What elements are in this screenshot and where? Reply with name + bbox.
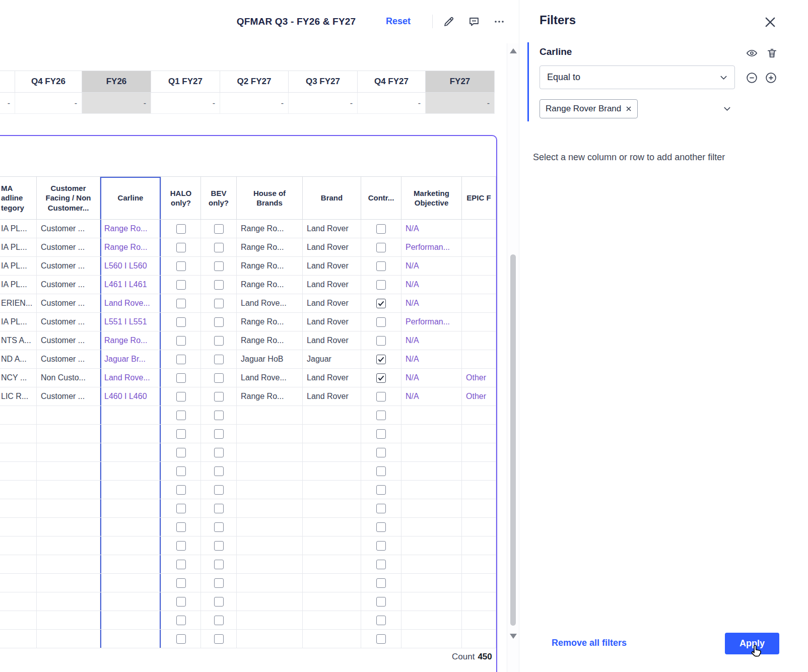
checkbox-bev[interactable] — [214, 224, 224, 234]
checkbox-bev[interactable] — [214, 392, 224, 401]
cell-epic[interactable] — [462, 536, 496, 555]
cell-customer[interactable] — [37, 481, 100, 499]
cell-brand[interactable]: Jaguar — [303, 350, 361, 369]
cell-customer[interactable] — [37, 425, 100, 443]
cell-halo[interactable] — [161, 630, 201, 648]
cell-category[interactable] — [0, 536, 37, 555]
cell-contr[interactable] — [361, 574, 401, 592]
cell-contr[interactable] — [361, 536, 401, 555]
filter-value-chip[interactable]: Range Rover Brand — [540, 99, 638, 118]
scroll-up-icon[interactable] — [510, 48, 517, 53]
cell-carline[interactable]: Range Ro... — [100, 331, 161, 350]
vertical-scrollbar[interactable] — [507, 43, 519, 672]
cell-bev[interactable] — [201, 331, 237, 350]
cell-contr[interactable] — [361, 443, 401, 462]
cell-hob[interactable]: Range Ro... — [237, 276, 303, 294]
cell-hob[interactable] — [237, 574, 303, 592]
cell-customer[interactable] — [37, 592, 100, 611]
cell-contr[interactable] — [361, 555, 401, 574]
checkbox-contr[interactable] — [376, 616, 386, 625]
checkbox-contr[interactable] — [376, 411, 386, 420]
cell-epic[interactable] — [462, 518, 496, 536]
cell-objective[interactable] — [401, 462, 462, 481]
pivot-column-header[interactable]: Q2 FY27 — [220, 71, 289, 93]
cell-halo[interactable] — [161, 425, 201, 443]
checkbox-contr[interactable] — [376, 634, 386, 644]
comment-icon[interactable] — [467, 15, 481, 28]
checkbox-contr[interactable] — [376, 392, 386, 401]
cell-objective[interactable]: N/A — [401, 350, 462, 369]
cell-contr[interactable] — [361, 406, 401, 425]
cell-carline[interactable] — [100, 630, 161, 648]
pivot-column-header[interactable]: Q1 FY27 — [151, 71, 220, 93]
cell-contr[interactable] — [361, 518, 401, 536]
column-header-category[interactable]: MA adline tegory — [0, 177, 37, 219]
cell-bev[interactable] — [201, 387, 237, 406]
cell-objective[interactable]: N/A — [401, 220, 462, 238]
checkbox-bev[interactable] — [214, 634, 224, 644]
cell-brand[interactable]: Land Rover — [303, 257, 361, 276]
cell-hob[interactable] — [237, 518, 303, 536]
cell-halo[interactable] — [161, 481, 201, 499]
cell-carline[interactable]: Jaguar Br... — [100, 350, 161, 369]
cell-category[interactable] — [0, 406, 37, 425]
cell-hob[interactable]: Land Rove... — [237, 294, 303, 313]
filter-value-select[interactable]: Range Rover Brand — [540, 97, 735, 120]
checkbox-bev[interactable] — [214, 261, 224, 271]
cell-halo[interactable] — [161, 294, 201, 313]
cell-epic[interactable] — [462, 425, 496, 443]
cell-hob[interactable] — [237, 443, 303, 462]
checkbox-halo[interactable] — [176, 597, 186, 607]
cell-bev[interactable] — [201, 220, 237, 238]
checkbox-contr[interactable] — [376, 280, 386, 290]
cell-objective[interactable] — [401, 555, 462, 574]
cell-carline[interactable] — [100, 592, 161, 611]
checkbox-bev[interactable] — [214, 616, 224, 625]
cell-epic[interactable] — [462, 443, 496, 462]
cell-brand[interactable] — [303, 574, 361, 592]
cell-halo[interactable] — [161, 220, 201, 238]
cell-carline[interactable]: L560 I L560 — [100, 257, 161, 276]
checkbox-contr[interactable] — [376, 597, 386, 607]
cell-category[interactable]: ND A... — [0, 350, 37, 369]
cell-objective[interactable] — [401, 425, 462, 443]
cell-objective[interactable] — [401, 574, 462, 592]
cell-epic[interactable] — [462, 331, 496, 350]
cell-customer[interactable] — [37, 406, 100, 425]
cell-halo[interactable] — [161, 462, 201, 481]
cell-contr[interactable] — [361, 592, 401, 611]
cell-objective[interactable] — [401, 406, 462, 425]
column-header-customer[interactable]: Customer Facing / Non Customer... — [37, 177, 100, 219]
cell-carline[interactable]: Range Ro... — [100, 238, 161, 257]
cell-brand[interactable] — [303, 555, 361, 574]
cell-hob[interactable]: Land Rove... — [237, 369, 303, 387]
cell-objective[interactable] — [401, 536, 462, 555]
checkbox-halo[interactable] — [176, 429, 186, 439]
cell-halo[interactable] — [161, 443, 201, 462]
cell-bev[interactable] — [201, 313, 237, 331]
checkbox-halo[interactable] — [176, 560, 186, 569]
checkbox-bev[interactable] — [214, 336, 224, 346]
cell-brand[interactable] — [303, 592, 361, 611]
cell-contr[interactable] — [361, 481, 401, 499]
more-icon[interactable] — [493, 15, 506, 28]
cell-brand[interactable] — [303, 443, 361, 462]
cell-hob[interactable]: Range Ro... — [237, 331, 303, 350]
cell-brand[interactable] — [303, 462, 361, 481]
checkbox-halo[interactable] — [176, 317, 186, 327]
cell-halo[interactable] — [161, 555, 201, 574]
cell-hob[interactable]: Range Ro... — [237, 313, 303, 331]
checkbox-contr[interactable] — [376, 522, 386, 532]
cell-brand[interactable] — [303, 481, 361, 499]
cell-hob[interactable] — [237, 499, 303, 518]
checkbox-halo[interactable] — [176, 261, 186, 271]
cell-epic[interactable] — [462, 276, 496, 294]
cell-halo[interactable] — [161, 592, 201, 611]
checkbox-bev[interactable] — [214, 299, 224, 308]
pivot-value-cell[interactable]: - — [82, 93, 151, 114]
checkbox-contr[interactable] — [376, 261, 386, 271]
cell-customer[interactable]: Non Custo... — [37, 369, 100, 387]
pivot-value-cell[interactable]: - — [426, 93, 495, 114]
checkbox-bev[interactable] — [214, 597, 224, 607]
checkbox-contr[interactable] — [376, 448, 386, 457]
